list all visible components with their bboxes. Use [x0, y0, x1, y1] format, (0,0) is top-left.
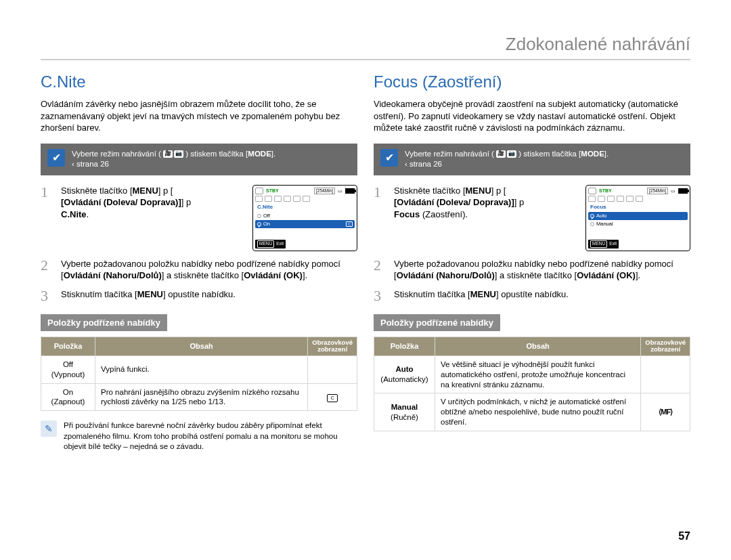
step2-text: Vyberte požadovanou položku nabídky nebo…	[61, 258, 357, 282]
table-row: Off(Vypnout) Vypíná funkci.	[41, 356, 357, 383]
note-icon: ✎	[41, 421, 57, 437]
mode-hint-end: ].	[604, 150, 608, 158]
mode-icons: 🎥📷	[496, 150, 516, 158]
step-number-3: 3	[41, 288, 54, 303]
options-table-focus: Položka Obsah Obrazovkovézobrazení Auto(…	[374, 337, 690, 432]
mode-btn-label: MODE	[248, 150, 271, 158]
battery-icon	[345, 188, 355, 194]
page-number: 57	[678, 530, 690, 542]
mode-hint-suffix: ) stiskem tlačítka [	[518, 150, 581, 158]
step-number-1: 1	[374, 185, 387, 251]
step3-text: Stisknutím tlačítka [MENU] opustíte nabí…	[394, 288, 690, 303]
video-icon: 🎥	[163, 150, 173, 158]
step-number-2: 2	[41, 258, 54, 282]
mode-hint-ref: ‹ strana 26	[72, 160, 109, 168]
mode-hint-prefix: Vyberte režim nahrávání (	[72, 150, 161, 158]
step-number-1: 1	[41, 185, 54, 251]
manual-focus-icon: ⟨MF⟩	[659, 407, 672, 416]
time-remaining: [254Min]	[647, 188, 668, 195]
table-row: Manual(Ručně) V určitých podmínkách, v n…	[374, 393, 690, 431]
step-number-2: 2	[374, 258, 387, 282]
th-content: Obsah	[95, 337, 308, 356]
note-cnite: ✎ Při používání funkce barevné noční záv…	[41, 421, 357, 452]
mode-hint-box-right: ✔ Vyberte režim nahrávání ( 🎥📷 ) stiskem…	[374, 144, 690, 175]
camera-screen-cnite: STBY [254Min] ▭ C.Nite Off OnC MENUExit	[252, 185, 357, 251]
step2-text: Vyberte požadovanou položku nabídky nebo…	[394, 258, 690, 282]
mode-hint-suffix: ) stiskem tlačítka [	[185, 150, 248, 158]
screen-exit-bar: MENUExit	[588, 240, 619, 249]
note-text: Při používání funkce barevné noční závěr…	[64, 421, 357, 452]
cnite-osd-icon: C	[346, 221, 353, 227]
th-display: Obrazovkovézobrazení	[308, 337, 357, 356]
section-focus: Focus (Zaostření) Videokamera obyčejně p…	[374, 72, 690, 452]
stby-label: STBY	[599, 188, 612, 194]
cnite-display-icon: C	[327, 394, 338, 402]
mode-icons: 🎥📷	[163, 150, 183, 158]
photo-icon: 📷	[174, 150, 183, 158]
card-icon: ▭	[338, 188, 342, 194]
video-icon: 🎥	[496, 150, 506, 158]
photo-icon: 📷	[507, 150, 516, 158]
step1-text: Stiskněte tlačítko [MENU] p [ [Ovládání …	[394, 185, 579, 251]
step3-text: Stisknutím tlačítka [MENU] opustíte nabí…	[61, 288, 357, 303]
table-row: Auto(Automaticky) Ve většině situací je …	[374, 356, 690, 393]
mode-hint-prefix: Vyberte režim nahrávání (	[405, 150, 494, 158]
screen-icon-row	[588, 196, 688, 202]
th-item: Položka	[374, 337, 435, 356]
intro-focus: Videokamera obyčejně provádí zaostření n…	[374, 98, 690, 134]
screen-icon-row	[255, 196, 355, 202]
time-remaining: [254Min]	[314, 188, 335, 195]
screen-item-manual: Manual	[588, 220, 688, 228]
section-cnite: C.Nite Ovládáním závěrky nebo jasnějším …	[41, 72, 357, 452]
th-item: Položka	[41, 337, 95, 356]
battery-icon	[678, 188, 688, 194]
sd-icon	[588, 188, 596, 194]
sd-icon	[255, 188, 263, 194]
mode-hint-box-left: ✔ Vyberte režim nahrávání ( 🎥📷 ) stiskem…	[41, 144, 357, 175]
intro-cnite: Ovládáním závěrky nebo jasnějším obrazem…	[41, 98, 357, 134]
step1-text: Stiskněte tlačítko [MENU] p [ [Ovládání …	[61, 185, 246, 251]
screen-exit-bar: MENUExit	[255, 240, 286, 249]
step-number-3: 3	[374, 288, 387, 303]
screen-menu-title: Focus	[588, 203, 688, 212]
camera-screen-focus: STBY [254Min] ▭ Focus Auto Manual MENUEx…	[585, 185, 690, 251]
screen-menu-title: C.Nite	[255, 203, 355, 212]
th-display: Obrazovkovézobrazení	[641, 337, 690, 356]
card-icon: ▭	[671, 188, 675, 194]
mode-hint-ref: ‹ strana 26	[405, 160, 442, 168]
check-icon: ✔	[380, 149, 398, 167]
stby-label: STBY	[266, 188, 279, 194]
mode-hint-end: ].	[271, 150, 275, 158]
heading-cnite: C.Nite	[41, 72, 357, 91]
sub-heading-right: Položky podřízené nabídky	[374, 314, 500, 331]
sub-heading-left: Položky podřízené nabídky	[41, 314, 167, 331]
check-icon: ✔	[47, 149, 65, 167]
table-row: On(Zapnout) Pro nahrání jasnějšího obraz…	[41, 383, 357, 411]
th-content: Obsah	[435, 337, 641, 356]
screen-item-auto-selected: Auto	[588, 212, 688, 220]
mode-btn-label: MODE	[581, 150, 604, 158]
screen-item-off: Off	[255, 212, 355, 220]
heading-focus: Focus (Zaostření)	[374, 72, 690, 91]
options-table-cnite: Položka Obsah Obrazovkovézobrazení Off(V…	[41, 337, 357, 412]
page-title: Zdokonalené nahrávání	[41, 34, 690, 60]
screen-item-on-selected: OnC	[255, 220, 355, 228]
